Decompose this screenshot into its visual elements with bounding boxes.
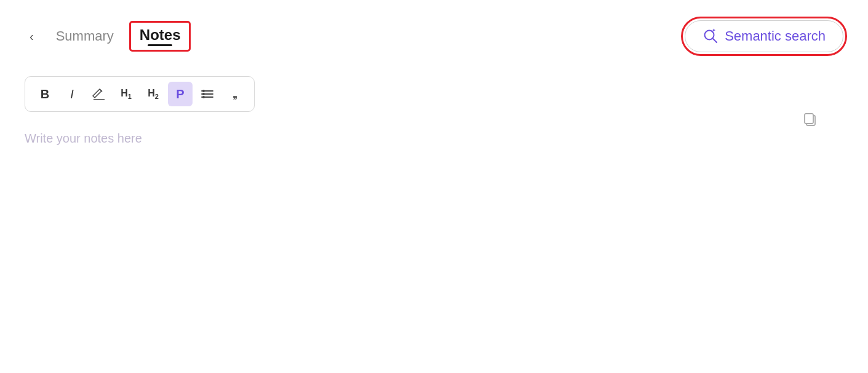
quote-button[interactable]: ,, <box>222 82 247 106</box>
editor-toolbar: B I H1 H2 P ,, <box>25 76 255 112</box>
svg-point-7 <box>202 90 205 92</box>
svg-line-1 <box>713 39 717 43</box>
italic-button[interactable]: I <box>60 82 84 106</box>
semantic-search-button[interactable]: ✦ Semantic search <box>685 20 843 52</box>
tab-summary[interactable]: Summary <box>49 23 121 49</box>
tab-notes-wrapper: Notes <box>131 23 189 50</box>
svg-rect-11 <box>805 114 813 124</box>
top-bar: ‹ Summary Notes ✦ Semantic search <box>0 0 868 61</box>
back-button[interactable]: ‹ <box>25 28 39 45</box>
notes-placeholder: Write your notes here <box>25 132 142 145</box>
bold-button[interactable]: B <box>33 82 57 106</box>
svg-point-8 <box>202 93 205 95</box>
highlight-button[interactable] <box>87 82 111 106</box>
h1-button[interactable]: H1 <box>114 82 138 106</box>
semantic-search-label: Semantic search <box>725 28 826 44</box>
h2-button[interactable]: H2 <box>141 82 165 106</box>
svg-point-9 <box>202 96 205 98</box>
semantic-search-icon: ✦ <box>703 28 719 44</box>
list-button[interactable] <box>195 82 220 106</box>
notes-area[interactable]: Write your notes here <box>25 132 843 254</box>
notes-tab-underline <box>148 44 172 46</box>
copy-icon-wrapper <box>802 111 819 132</box>
tab-notes[interactable]: Notes <box>140 26 181 44</box>
left-nav: ‹ Summary Notes <box>25 23 189 50</box>
paragraph-button[interactable]: P <box>168 82 193 106</box>
svg-text:✦: ✦ <box>712 28 716 33</box>
copy-icon[interactable] <box>802 116 819 131</box>
